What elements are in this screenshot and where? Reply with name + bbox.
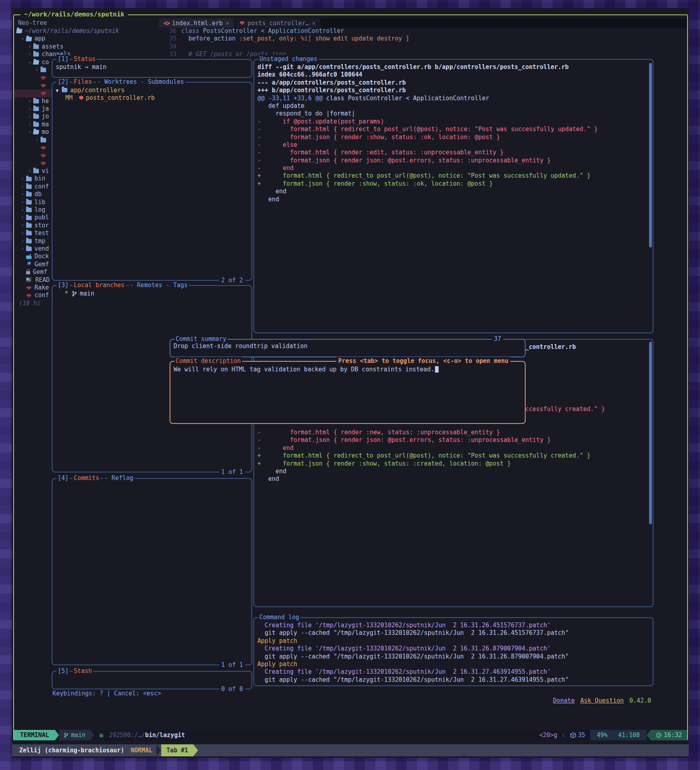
zellij-mode: NORMAL	[131, 747, 152, 754]
diff-line: - format.json { render :show, status: :o…	[257, 134, 648, 141]
file-icon	[40, 146, 46, 150]
pending-keys: <20>	[539, 732, 554, 739]
branches-count: 1 of 1	[219, 468, 245, 476]
command-log-line: Creating file '/tmp/lazygit-1332010262/s…	[257, 622, 648, 629]
donate-link[interactable]: Donate	[553, 697, 575, 704]
separator-arrow	[55, 730, 59, 740]
diff-line: - end	[257, 444, 648, 452]
file-icon	[26, 192, 32, 197]
file-icon	[26, 294, 32, 298]
chevron-icon[interactable]: ›	[19, 183, 26, 190]
file-icon	[26, 255, 32, 259]
separator-arrow	[647, 730, 651, 740]
chevron-icon[interactable]: ›	[26, 167, 33, 175]
buffer-path: bin/lazygit	[145, 732, 185, 739]
chevron-icon[interactable]: ›	[19, 190, 26, 198]
branch-row[interactable]: * main	[56, 290, 247, 298]
command-log-line: git apply --cached "/tmp/lazygit-1332010…	[257, 653, 648, 661]
diff-line: - format.json { render json: @post.error…	[257, 436, 648, 444]
tree-item-label: vend	[34, 245, 49, 253]
command-log-panel[interactable]: Command log Creating file '/tmp/lazygit-…	[253, 617, 653, 686]
unstaged-changes-panel[interactable]: Unstaged changes diff --git a/app/contro…	[253, 59, 653, 333]
commits-panel[interactable]: [4]Commits- Reflog ◊ 37606005 DH ○ Initi…	[52, 478, 252, 665]
tab-label: posts_controller…	[248, 20, 310, 27]
chevron-icon[interactable]: ›	[19, 199, 26, 206]
tree-item-label: Gemf	[34, 261, 49, 268]
tree-item-label: jo	[42, 113, 49, 120]
file-icon	[26, 208, 32, 212]
status-panel[interactable]: [1]Status sputnik → main	[52, 59, 252, 78]
scroll-percent: 49%	[597, 730, 608, 740]
diff-line: +++ b/app/controllers/posts_controller.r…	[257, 87, 648, 94]
chevron-icon[interactable]: ›	[19, 222, 26, 229]
command-log-line: git apply --cached "/tmp/lazygit-1332010…	[257, 676, 648, 684]
chevron-icon[interactable]: ›	[26, 121, 33, 128]
chevron-icon[interactable]: ›	[26, 105, 33, 113]
file-row[interactable]: MM posts_controller.rb	[56, 94, 247, 102]
file-icon	[40, 68, 46, 72]
repo-status[interactable]: sputnik → main	[56, 63, 247, 71]
clock-segment: 16:32	[651, 730, 687, 740]
chevron-icon[interactable]: ›	[19, 229, 26, 237]
chevron-icon[interactable]: ›	[33, 136, 40, 144]
tab-index-html-erb[interactable]: <> index.html.erb ×	[159, 18, 234, 28]
chevron-icon[interactable]: ›	[33, 66, 40, 74]
diff-line: end	[257, 188, 648, 195]
plugin-count: 35	[578, 732, 585, 739]
code-line: 36class PostsController < ApplicationCon…	[159, 27, 686, 35]
tree-item-label: he	[42, 97, 49, 105]
editor-tabbar: <> index.html.erb × posts_controller… ×	[159, 18, 686, 28]
commit-summary-popup[interactable]: Commit summary 37 Drop client-side round…	[170, 339, 526, 357]
zellij-tab-1[interactable]: Tab #1	[161, 744, 193, 756]
commit-summary-input[interactable]: Drop client-side roundtrip validation	[174, 342, 520, 350]
tree-item-label: READ	[35, 276, 50, 284]
chevron-icon[interactable]: ›	[26, 59, 33, 66]
close-icon[interactable]: ×	[226, 20, 229, 27]
chevron-icon[interactable]: ›	[26, 51, 33, 58]
file-icon	[33, 99, 39, 103]
command-log-line: Apply patch	[257, 661, 648, 668]
file-icon	[26, 216, 32, 220]
popup-hint: Press <tab> to toggle focus, <c-o> to op…	[336, 357, 510, 365]
git-branch-segment[interactable]: main	[59, 730, 90, 740]
editor-buffer[interactable]: 36class PostsController < ApplicationCon…	[159, 27, 686, 59]
chevron-icon[interactable]: ›	[19, 214, 26, 221]
diff-line: - format.html { render :new, status: :un…	[257, 429, 648, 436]
chevron-icon[interactable]: ›	[26, 113, 33, 120]
chevron-icon[interactable]: ›	[19, 245, 26, 253]
branch-icon	[64, 732, 69, 738]
diff-line: + format.json { render :show, status: :o…	[257, 180, 648, 188]
commit-row[interactable]: ◊ 37606005 DH ○ Initial	[56, 483, 247, 490]
tab-posts-controller[interactable]: posts_controller… ×	[235, 18, 321, 28]
stash-panel[interactable]: [5]Stash 0 of 0	[52, 671, 252, 689]
tab-label: index.html.erb	[172, 20, 223, 27]
command-log-line: git apply --cached "/tmp/lazygit-1332010…	[257, 629, 648, 637]
file-dir-row[interactable]: ▼app/controllers	[56, 87, 247, 94]
lazygit-footer: DonateAsk Question0.42.0	[253, 690, 651, 711]
chevron-icon[interactable]: ›	[26, 97, 33, 105]
chevron-icon[interactable]: ›	[18, 35, 26, 43]
file-icon	[40, 162, 46, 165]
tree-item[interactable]: › assets	[14, 43, 158, 51]
scrollbar[interactable]	[649, 63, 652, 247]
diff-line: index 604cc66..966afc0 100644	[257, 71, 648, 79]
chevron-icon[interactable]: ›	[19, 175, 26, 182]
tree-item[interactable]: ~/work/rails/demos/sputnik	[14, 27, 158, 35]
tree-item-label: lib	[34, 199, 45, 206]
file-icon	[33, 45, 39, 49]
close-icon[interactable]: ×	[312, 20, 316, 27]
separator-chevron: ‹	[561, 731, 566, 740]
ask-question-link[interactable]: Ask Question	[580, 697, 623, 704]
collapse-icon[interactable]: ▼	[56, 88, 59, 93]
file-icon	[26, 177, 32, 181]
chevron-icon[interactable]: ›	[19, 237, 26, 245]
files-panel[interactable]: [2]Files- Worktrees - Submodules ▼app/co…	[52, 82, 252, 281]
scrollbar[interactable]	[649, 342, 652, 524]
commit-description-popup[interactable]: Commit description Press <tab> to toggle…	[170, 361, 526, 424]
chevron-icon[interactable]: ›	[19, 206, 26, 214]
chevron-icon[interactable]: ›	[26, 43, 33, 51]
chevron-icon[interactable]: ›	[26, 129, 33, 136]
commit-description-input[interactable]: We will rely on HTML tag validation back…	[174, 366, 520, 373]
diff-line: - format.html { render :edit, status: :u…	[257, 149, 648, 156]
tree-item[interactable]: › app	[14, 35, 158, 43]
